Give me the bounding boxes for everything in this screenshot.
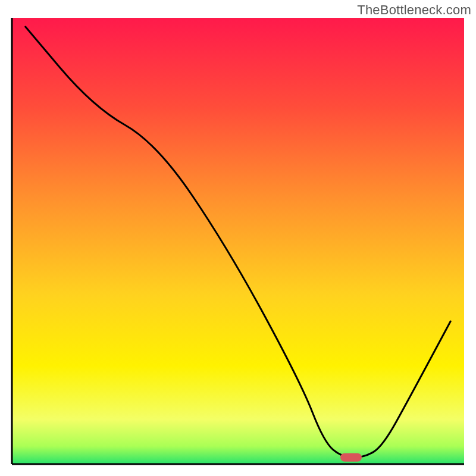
bottleneck-chart: [0, 0, 476, 476]
watermark-text: TheBottleneck.com: [357, 2, 471, 18]
gradient-background: [12, 18, 464, 464]
chart-container: TheBottleneck.com: [0, 0, 476, 476]
optimal-marker: [340, 453, 362, 462]
